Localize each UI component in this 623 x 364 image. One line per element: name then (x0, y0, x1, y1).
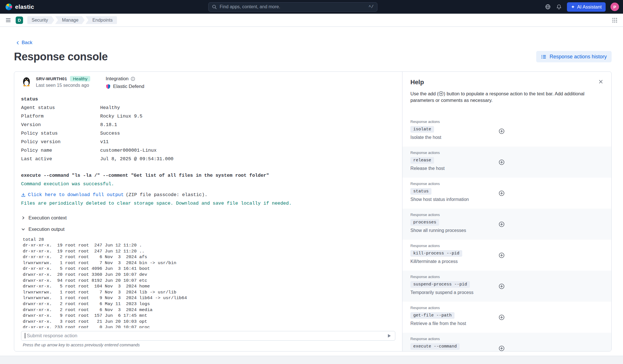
brand-wordmark: elastic (15, 3, 34, 10)
status-value: 8.18.1 (100, 122, 117, 127)
command-description: Temporarily suspend a process (410, 290, 603, 295)
add-command-button[interactable] (499, 159, 505, 165)
command-description: Kill/terminate a process (410, 259, 603, 264)
command-badge: kill-process --pid (410, 250, 462, 257)
menu-hamburger-icon[interactable] (5, 17, 11, 23)
user-avatar[interactable]: P (610, 3, 619, 11)
help-panel: Help Use the add () button to populate a… (402, 72, 611, 351)
chevron-down-icon (21, 227, 25, 231)
top-header: elastic ^/ ✦ AI Assistant (0, 0, 623, 14)
host-last-seen: Last seen 15 seconds ago (36, 83, 90, 88)
help-intro-before: Use the add ( (410, 91, 439, 96)
download-output-link[interactable]: Click here to download full output (21, 191, 124, 199)
group-label: Response actions (410, 244, 603, 248)
status-label: Policy version (21, 138, 100, 146)
close-icon[interactable] (598, 79, 604, 85)
add-command-button[interactable] (499, 252, 505, 258)
status-label: Platform (21, 112, 100, 121)
response-actions-list: Response actions isolate Isolate the hos… (402, 116, 611, 351)
add-command-button[interactable] (499, 128, 505, 134)
command-description: Show host status information (410, 197, 603, 202)
ai-assistant-button[interactable]: ✦ AI Assistant (567, 2, 606, 12)
retention-note: Files are periodically deleted to clear … (21, 199, 395, 208)
command-description: Retrieve a file from the host (410, 321, 603, 326)
download-link-label: Click here to download full output (28, 191, 124, 199)
status-row: PlatformRocky Linux 9.5 (21, 112, 395, 121)
search-shortcut-hint: ^/ (369, 5, 374, 9)
search-input[interactable] (219, 4, 366, 10)
header-actions: ✦ AI Assistant P (545, 2, 619, 12)
space-avatar[interactable]: D (16, 17, 23, 24)
command-description: Show all running processes (410, 228, 603, 233)
command-badge: isolate (410, 126, 434, 133)
executed-command: execute --command "ls -la /" --comment "… (21, 171, 395, 180)
input-hint: Press the up arrow key to access previou… (23, 343, 395, 347)
add-command-button[interactable] (499, 314, 505, 320)
command-badge: release (410, 157, 434, 164)
command-description: Isolate the host (410, 135, 603, 140)
status-command-echo: status (21, 95, 395, 104)
group-label: Response actions (410, 120, 603, 124)
global-search[interactable]: ^/ (208, 2, 377, 12)
submit-play-icon[interactable] (386, 333, 392, 338)
command-badge: suspend-process --pid (410, 281, 470, 288)
download-passcode-note: (ZIP file passcode: elastic). (126, 191, 207, 199)
search-icon (212, 5, 217, 9)
globe-icon[interactable] (545, 4, 551, 10)
text-cursor (25, 333, 25, 338)
back-label: Back (22, 40, 32, 46)
elastic-logo-icon (5, 3, 13, 11)
status-label: Policy name (21, 146, 100, 155)
elastic-defend-icon (106, 84, 111, 89)
response-action-input-bar[interactable] (21, 331, 395, 341)
back-link[interactable]: Back (14, 40, 34, 46)
download-icon (21, 193, 26, 197)
response-actions-history-button[interactable]: Response actions history (536, 51, 612, 62)
breadcrumb-bar: D Security Manage Endpoints (0, 14, 623, 27)
add-command-button[interactable] (499, 190, 505, 196)
list-item-release: Response actions release Release the hos… (402, 147, 611, 178)
chevron-left-icon (16, 41, 20, 45)
status-row: Policy statusSuccess (21, 129, 395, 138)
command-badge: execute --command (410, 343, 460, 350)
integration-name: Elastic Defend (113, 84, 144, 89)
status-row: Agent statusHealthy (21, 104, 395, 112)
status-value: Healthy (100, 105, 120, 110)
status-row: Last activeJul 8, 2025 @ 09:54:31.000 (21, 155, 395, 163)
host-header: SRV-WURTH01 Healthy Last seen 15 seconds… (21, 76, 395, 89)
console-panel: SRV-WURTH01 Healthy Last seen 15 seconds… (14, 72, 402, 351)
command-badge: get-file --path (410, 312, 455, 319)
page-title: Response console (14, 51, 108, 63)
execution-context-label: Execution context (28, 215, 67, 221)
breadcrumb-security[interactable]: Security (27, 16, 54, 24)
status-row: Policy namecustomer000001-Linux (21, 146, 395, 155)
elastic-home-link[interactable]: elastic (5, 3, 34, 11)
directory-listing-output: total 28 dr-xr-xr-x. 19 root root 247 Ju… (23, 237, 395, 328)
group-label: Response actions (410, 182, 603, 186)
list-item-suspend-process: Response actions suspend-process --pid T… (402, 271, 611, 302)
breadcrumb-endpoints[interactable]: Endpoints (86, 16, 117, 24)
list-item-isolate: Response actions isolate Isolate the hos… (402, 116, 611, 147)
space-initial: D (18, 18, 21, 22)
status-label: Policy status (21, 129, 100, 138)
breadcrumb-manage[interactable]: Manage (55, 16, 85, 24)
execution-output-accordion[interactable]: Execution output (21, 224, 65, 235)
sparkle-icon: ✦ (571, 4, 575, 10)
status-value: Jul 8, 2025 @ 09:54:31.000 (100, 156, 173, 162)
response-action-input[interactable] (26, 333, 386, 339)
add-command-button[interactable] (499, 283, 505, 289)
breadcrumb: Security Manage Endpoints (27, 16, 117, 24)
add-command-button[interactable] (499, 345, 505, 351)
console-output-area: status Agent statusHealthy PlatformRocky… (21, 94, 395, 328)
list-icon (541, 54, 546, 59)
help-title: Help (410, 79, 424, 86)
list-item-processes: Response actions processes Show all runn… (402, 209, 611, 240)
list-item-kill-process: Response actions kill-process --pid Kill… (402, 240, 611, 271)
add-command-button[interactable] (499, 221, 505, 227)
info-icon[interactable] (131, 77, 135, 81)
list-item-execute: Response actions execute --command Execu… (402, 333, 611, 351)
status-value: Rocky Linux 9.5 (100, 114, 143, 119)
execution-context-accordion[interactable]: Execution context (21, 212, 67, 224)
apps-grid-icon[interactable] (612, 17, 618, 23)
alerts-bell-icon[interactable] (556, 4, 562, 10)
